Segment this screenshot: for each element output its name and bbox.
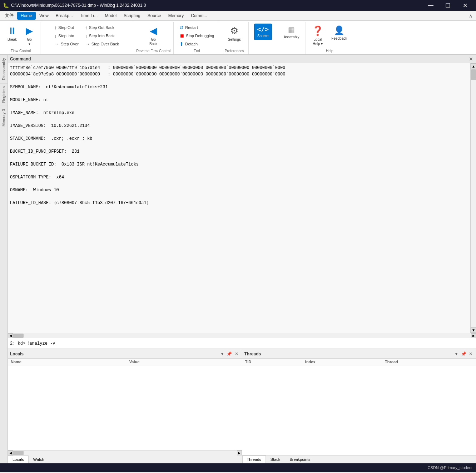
- locals-col-name: Name: [8, 359, 127, 365]
- menu-item-file[interactable]: 文件: [1, 11, 17, 20]
- ribbon-group-preferences: ⚙ Settings Preferences: [220, 22, 249, 54]
- ribbon-group-flow-control: ⏸ Break ▶ Go▾ Flow Control: [1, 22, 40, 54]
- stop-debugging-button[interactable]: ⏹ Stop Debugging: [177, 32, 217, 40]
- vscroll-thumb[interactable]: [471, 69, 476, 80]
- menu-item-timett[interactable]: Time Tr...: [76, 12, 101, 20]
- go-button[interactable]: ▶ Go▾: [21, 24, 37, 48]
- feedback-button[interactable]: 👤 Feedback: [328, 24, 350, 43]
- settings-button[interactable]: ⚙ Settings: [225, 24, 244, 44]
- settings-icon: ⚙: [230, 25, 238, 36]
- stop-debugging-label: Stop Debugging: [186, 34, 214, 38]
- locals-hscroll-thumb[interactable]: [13, 451, 24, 455]
- threads-pin-btn[interactable]: 📌: [460, 351, 467, 357]
- step-out-back-button[interactable]: ↑ Step Out Back: [83, 24, 122, 31]
- title-bar: 🐛 C:\Windows\Minidump\061324-7875-01.dmp…: [0, 0, 476, 11]
- ribbon-group-step: ↑ Step Out ↓ Step Into → Step Over ↑: [40, 22, 133, 54]
- locals-tab[interactable]: Locals: [8, 455, 29, 463]
- vscroll-track: [471, 69, 476, 327]
- step-into-button[interactable]: ↓ Step Into: [52, 32, 81, 40]
- step-out-button[interactable]: ↑ Step Out: [52, 24, 81, 31]
- side-tab-registers[interactable]: Registers: [0, 83, 8, 105]
- side-tab-memory[interactable]: Memory 0: [0, 106, 8, 129]
- watch-tab[interactable]: Watch: [29, 455, 49, 463]
- status-bar: CSDN @Primary_student: [0, 463, 476, 472]
- go-label: Go▾: [27, 38, 31, 46]
- step-into-back-label: Step Into Back: [89, 34, 115, 38]
- side-tab-disassembly[interactable]: Disassembly: [0, 55, 8, 83]
- threads-title: Threads: [244, 351, 261, 356]
- local-help-label: LocalHelp ▾: [313, 38, 323, 46]
- menu-item-source[interactable]: Source: [144, 12, 165, 20]
- help-label: Help: [326, 48, 333, 54]
- command-title: Command: [10, 56, 31, 61]
- threads-content: TID Index Thread: [242, 359, 476, 455]
- menu-item-model[interactable]: Model: [101, 12, 120, 20]
- vscroll-down[interactable]: ▼: [471, 327, 476, 333]
- command-vscrollbar[interactable]: ▲ ▼: [470, 63, 476, 333]
- threads-dropdown-btn[interactable]: ▾: [453, 351, 460, 357]
- restart-label: Restart: [185, 25, 198, 30]
- maximize-button[interactable]: ☐: [440, 0, 456, 11]
- locals-close-btn[interactable]: ✕: [233, 351, 240, 357]
- assembly-button[interactable]: ▦ Assembly: [281, 24, 302, 41]
- threads-panel: Threads ▾ 📌 ✕ TID Index Thread: [242, 349, 476, 463]
- go-back-button[interactable]: ◀ GoBack: [145, 24, 161, 48]
- detach-button[interactable]: ⬆ Detach: [177, 40, 217, 48]
- source-button[interactable]: </> Source: [254, 24, 272, 40]
- threads-tab[interactable]: Threads: [242, 455, 266, 463]
- command-input[interactable]: [27, 341, 474, 346]
- ribbon-group-assembly: ▦ Assembly: [277, 22, 306, 54]
- step-into-back-button[interactable]: ↓ Step Into Back: [83, 32, 122, 40]
- ribbon-overflow-icon[interactable]: ∧: [467, 11, 475, 20]
- hscroll-thumb[interactable]: [13, 334, 24, 338]
- output-area: ffff9f8e`c7ef79b0 00007ff9`1b5701e4 : 00…: [8, 63, 476, 333]
- assembly-label: Assembly: [284, 35, 299, 39]
- step-over-button[interactable]: → Step Over: [52, 40, 81, 48]
- break-label: Break: [8, 38, 17, 42]
- locals-pin-btn[interactable]: 📌: [226, 351, 233, 357]
- hscroll-right[interactable]: ▶: [471, 333, 476, 338]
- locals-panel-controls: ▾ 📌 ✕: [219, 351, 240, 357]
- locals-dropdown-btn[interactable]: ▾: [219, 351, 225, 357]
- threads-col-thread: Thread: [382, 359, 476, 365]
- step-over-back-button[interactable]: → Step Over Back: [83, 40, 122, 48]
- threads-panel-header: Threads ▾ 📌 ✕: [242, 349, 476, 359]
- hscroll-left[interactable]: ◀: [8, 333, 13, 338]
- vscroll-up[interactable]: ▲: [471, 63, 476, 69]
- minimize-button[interactable]: —: [422, 0, 439, 11]
- close-button[interactable]: ✕: [457, 0, 473, 11]
- command-output[interactable]: ffff9f8e`c7ef79b0 00007ff9`1b5701e4 : 00…: [8, 63, 470, 333]
- locals-hscroll-left[interactable]: ◀: [8, 450, 13, 455]
- local-help-button[interactable]: ❓ LocalHelp ▾: [309, 24, 327, 48]
- menu-item-scripting[interactable]: Scripting: [120, 12, 144, 20]
- ribbon-content: ⏸ Break ▶ Go▾ Flow Control ↑ Step Out: [0, 21, 476, 54]
- app-icon: 🐛: [3, 3, 9, 8]
- menu-item-breakpoints[interactable]: Breakp...: [52, 12, 76, 20]
- locals-hscroll-right[interactable]: ▶: [237, 450, 242, 455]
- breakpoints-tab[interactable]: Breakpoints: [285, 455, 315, 463]
- step-into-label: Step Into: [58, 34, 74, 38]
- menu-item-view[interactable]: View: [36, 12, 52, 20]
- locals-col-value: Value: [127, 359, 242, 365]
- go-back-label: GoBack: [149, 38, 157, 46]
- menu-item-command[interactable]: Comm...: [187, 12, 210, 20]
- step-buttons: ↑ Step Out ↓ Step Into → Step Over ↑: [52, 22, 122, 52]
- main-layout: Disassembly Registers Memory 0 Command ✕…: [0, 55, 476, 463]
- reverse-buttons: ◀ GoBack: [145, 22, 161, 48]
- ribbon-group-help: ❓ LocalHelp ▾ 👤 Feedback Help: [306, 22, 353, 54]
- menu-item-home[interactable]: Home: [17, 12, 36, 20]
- menu-item-memory[interactable]: Memory: [165, 12, 187, 20]
- break-button[interactable]: ⏸ Break: [4, 24, 20, 44]
- stop-debugging-icon: ⏹: [179, 33, 184, 39]
- go-icon: ▶: [26, 25, 33, 36]
- stack-tab[interactable]: Stack: [266, 455, 285, 463]
- preferences-label: Preferences: [225, 48, 244, 54]
- restart-button[interactable]: ↺ Restart: [177, 24, 217, 31]
- locals-panel: Locals ▾ 📌 ✕ Name Value: [8, 349, 242, 463]
- command-close-button[interactable]: ✕: [468, 56, 474, 62]
- source-buttons: </> Source: [254, 22, 272, 52]
- locals-table: Name Value: [8, 359, 242, 365]
- command-input-row: 2: kd>: [8, 338, 476, 349]
- threads-close-btn[interactable]: ✕: [467, 351, 474, 357]
- step-out-label: Step Out: [58, 25, 74, 30]
